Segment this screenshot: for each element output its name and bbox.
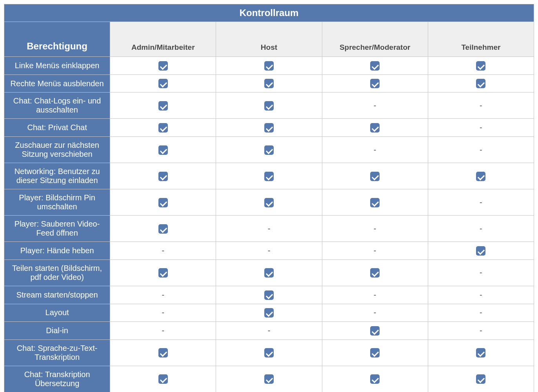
permission-cell: - — [322, 216, 428, 242]
check-icon — [370, 123, 380, 132]
column-header-host: Host — [216, 22, 322, 57]
table-row: Dial-in--- — [4, 322, 534, 340]
check-icon — [158, 348, 168, 358]
check-icon — [370, 61, 380, 71]
table-row: Chat: Sprache-zu-Text-Transkription — [4, 340, 534, 366]
check-icon — [370, 374, 380, 384]
permission-cell — [110, 366, 216, 392]
permission-label: Dial-in — [4, 322, 110, 340]
dash-mark: - — [374, 145, 376, 154]
check-icon — [476, 246, 485, 256]
column-header-participant: Teilnehmer — [428, 22, 534, 57]
table-row: Chat: Chat-Logs ein- und ausschalten-- — [4, 93, 534, 119]
permission-cell — [322, 57, 428, 75]
column-header-admin: Admin/Mitarbeiter — [110, 22, 216, 57]
table-row: Chat: Transkription Übersetzung — [4, 366, 534, 392]
permission-cell — [428, 366, 534, 392]
permission-label: Chat: Chat-Logs ein- und ausschalten — [4, 93, 110, 119]
check-icon — [158, 198, 168, 207]
permission-cell: - — [322, 286, 428, 304]
check-icon — [370, 268, 380, 278]
check-icon — [476, 172, 485, 181]
dash-mark: - — [268, 224, 271, 233]
table-title-row: Kontrollraum — [4, 4, 534, 22]
check-icon — [264, 101, 274, 111]
permission-label: Chat: Privat Chat — [4, 119, 110, 137]
check-icon — [158, 172, 168, 181]
dash-mark: - — [480, 145, 482, 154]
permission-cell — [216, 260, 322, 286]
permission-cell — [428, 242, 534, 260]
check-icon — [264, 290, 274, 300]
check-icon — [264, 172, 274, 181]
check-icon — [264, 348, 274, 358]
permission-cell — [322, 119, 428, 137]
permission-cell — [216, 137, 322, 163]
permission-cell — [216, 189, 322, 216]
permission-cell: - — [428, 137, 534, 163]
permission-cell — [322, 340, 428, 366]
dash-mark: - — [374, 101, 376, 110]
permission-cell — [428, 340, 534, 366]
check-icon — [264, 198, 274, 207]
table-header-row: Berechtigung Admin/Mitarbeiter Host Spre… — [4, 22, 534, 57]
permission-label: Networking: Benutzer zu dieser Sitzung e… — [4, 163, 110, 189]
permission-cell — [322, 74, 428, 93]
column-header-speaker: Sprecher/Moderator — [322, 22, 428, 57]
permission-cell: - — [428, 322, 534, 340]
table-row: Stream starten/stoppen--- — [4, 286, 534, 304]
dash-mark: - — [162, 326, 164, 335]
check-icon — [264, 61, 274, 71]
permission-cell — [216, 366, 322, 392]
check-icon — [370, 348, 380, 358]
table-title: Kontrollraum — [4, 4, 534, 22]
permission-label: Rechte Menüs ausblenden — [4, 74, 110, 93]
permissions-table: Kontrollraum Berechtigung Admin/Mitarbei… — [4, 4, 534, 392]
permission-cell: - — [428, 189, 534, 216]
check-icon — [158, 101, 168, 111]
table-row: Zuschauer zur nächsten Sitzung verschieb… — [4, 137, 534, 163]
permission-cell — [216, 93, 322, 119]
dash-mark: - — [374, 290, 376, 299]
permission-cell — [110, 340, 216, 366]
check-icon — [476, 348, 485, 358]
check-icon — [158, 79, 168, 88]
permission-label: Zuschauer zur nächsten Sitzung verschieb… — [4, 137, 110, 163]
table-row: Teilen starten (Bildschirm, pdf oder Vid… — [4, 260, 534, 286]
permission-cell — [322, 189, 428, 216]
dash-mark: - — [374, 308, 376, 317]
table-row: Linke Menüs einklappen — [4, 57, 534, 75]
permission-label: Chat: Sprache-zu-Text-Transkription — [4, 340, 110, 366]
permission-cell: - — [110, 242, 216, 260]
check-icon — [476, 79, 485, 88]
permission-label: Player: Sauberen Video-Feed öffnen — [4, 216, 110, 242]
permission-cell — [110, 119, 216, 137]
permission-cell — [216, 57, 322, 75]
permission-cell: - — [216, 322, 322, 340]
check-icon — [370, 79, 380, 88]
permission-cell: - — [428, 286, 534, 304]
permission-cell — [216, 119, 322, 137]
permission-label: Player: Bildschirm Pin umschalten — [4, 189, 110, 216]
permission-cell — [216, 340, 322, 366]
check-icon — [370, 172, 380, 181]
check-icon — [158, 224, 168, 234]
permission-cell: - — [110, 322, 216, 340]
permission-cell — [322, 322, 428, 340]
check-icon — [370, 198, 380, 207]
dash-mark: - — [162, 290, 164, 299]
dash-mark: - — [480, 326, 482, 335]
column-header-permission: Berechtigung — [4, 22, 110, 57]
permission-cell — [110, 260, 216, 286]
permission-cell: - — [322, 242, 428, 260]
check-icon — [370, 326, 380, 336]
check-icon — [158, 268, 168, 278]
dash-mark: - — [480, 268, 482, 277]
permission-cell: - — [322, 304, 428, 322]
permission-cell — [216, 163, 322, 189]
check-icon — [264, 268, 274, 278]
dash-mark: - — [480, 123, 482, 132]
table-row: Rechte Menüs ausblenden — [4, 74, 534, 93]
check-icon — [264, 374, 274, 384]
permission-cell — [428, 74, 534, 93]
